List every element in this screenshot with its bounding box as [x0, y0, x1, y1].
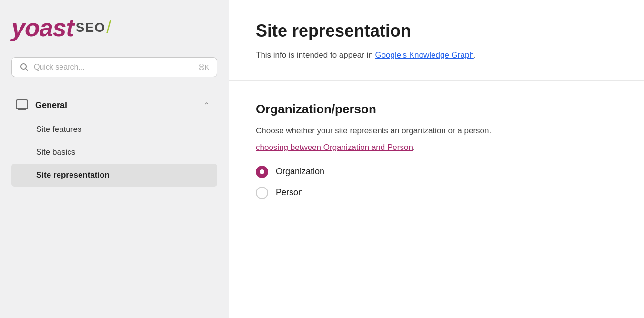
logo-seo: SEO: [76, 20, 105, 35]
nav-group-general[interactable]: General ⌃: [11, 94, 217, 116]
org-section: Organization/person Choose whether your …: [229, 81, 644, 218]
sidebar-item-site-features[interactable]: Site features: [11, 118, 217, 141]
radio-organization-inner: [260, 169, 264, 174]
nav-section: General ⌃ Site features Site basics Site…: [11, 94, 217, 187]
radio-group: Organization Person: [256, 166, 617, 199]
org-section-desc: Choose whether your site represents an o…: [256, 124, 617, 137]
svg-rect-2: [16, 100, 28, 109]
search-icon: [20, 62, 29, 72]
logo-slash: /: [106, 18, 111, 38]
chevron-up-icon: ⌃: [203, 101, 210, 110]
logo: yoast SEO /: [11, 15, 217, 40]
org-choosing-link[interactable]: choosing between Organization and Person: [256, 143, 413, 152]
search-placeholder: Quick search...: [34, 63, 198, 71]
radio-organization-label: Organization: [276, 167, 324, 177]
radio-person-button[interactable]: [256, 187, 268, 199]
main-content: Site representation This info is intende…: [229, 0, 644, 318]
search-box[interactable]: Quick search... ⌘K: [11, 57, 217, 77]
radio-organization[interactable]: Organization: [256, 166, 617, 178]
sidebar-item-site-representation[interactable]: Site representation: [11, 164, 217, 187]
org-section-title: Organization/person: [256, 102, 617, 117]
svg-line-1: [26, 69, 28, 71]
header-desc-prefix: This info is intended to appear in: [256, 50, 375, 60]
logo-yoast: yoast: [11, 15, 74, 40]
org-desc-text: Choose whether your site represents an o…: [256, 126, 491, 135]
sidebar-item-site-basics[interactable]: Site basics: [11, 141, 217, 164]
header-description: This info is intended to appear in Googl…: [256, 49, 617, 61]
general-icon: [15, 99, 29, 111]
search-shortcut: ⌘K: [198, 63, 209, 71]
sidebar: yoast SEO / Quick search... ⌘K: [0, 0, 229, 318]
radio-person-label: Person: [276, 188, 303, 198]
radio-person[interactable]: Person: [256, 187, 617, 199]
header-desc-suffix: .: [474, 50, 476, 60]
radio-organization-button[interactable]: [256, 166, 268, 178]
knowledge-graph-link[interactable]: Google's Knowledge Graph: [375, 50, 473, 60]
nav-sub-items: Site features Site basics Site represent…: [11, 118, 217, 187]
org-link-suffix: .: [413, 143, 415, 152]
page-title: Site representation: [256, 21, 617, 41]
org-section-link-line: choosing between Organization and Person…: [256, 141, 617, 154]
nav-group-label: General: [35, 100, 67, 110]
header-section: Site representation This info is intende…: [229, 0, 644, 81]
